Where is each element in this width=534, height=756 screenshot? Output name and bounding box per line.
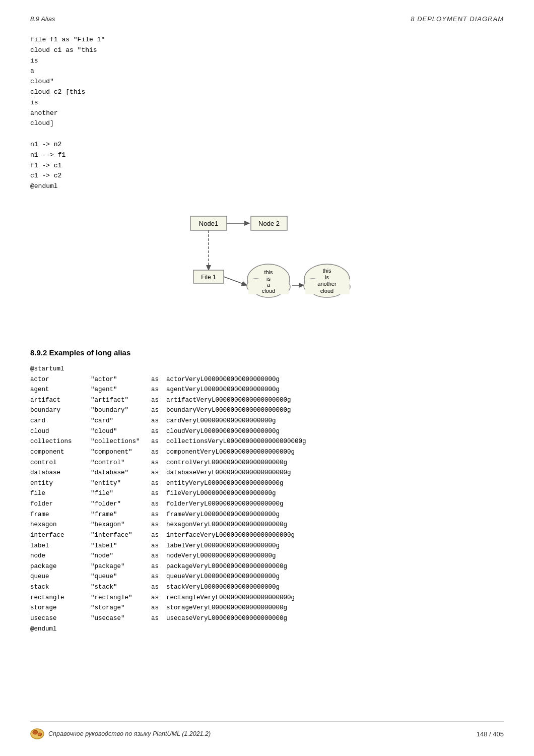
code-col1: file [30, 488, 91, 499]
code-line: @enduml [30, 181, 504, 192]
code-col2: "entity" [91, 478, 151, 489]
svg-rect-2 [251, 216, 287, 230]
code-col2: "folder" [91, 499, 151, 510]
svg-rect-23 [305, 279, 350, 294]
code-end: @enduml [30, 624, 504, 635]
svg-point-31 [38, 733, 42, 736]
code-col3: as [151, 385, 166, 395]
code-col2: "storage" [91, 603, 151, 613]
code-col2: "card" [91, 416, 151, 426]
code-col3: as [151, 499, 166, 510]
code-col4: databaseVeryL0000000000000000000g [166, 468, 504, 478]
code-col2: "interface" [91, 530, 151, 541]
code-col1: actor [30, 374, 91, 385]
svg-text:this: this [322, 268, 331, 274]
code-col2: "node" [91, 551, 151, 561]
code-col1: artifact [30, 395, 91, 406]
code-col3: as [151, 582, 166, 593]
footer-page: 148 / 405 [477, 730, 504, 738]
code-col3: as [151, 520, 166, 530]
code-col3: as [151, 458, 166, 468]
code-col4: stackVeryL0000000000000000000g [166, 582, 504, 593]
code-col3: as [151, 551, 166, 561]
code-line: is [30, 56, 504, 67]
plantuml-logo-icon [30, 727, 44, 741]
code-line: cloud c2 [this [30, 87, 504, 98]
code-row: storage"storage"asstorageVeryL0000000000… [30, 603, 504, 613]
svg-text:Node 2: Node 2 [258, 220, 280, 227]
code-row: agent"agent"asagentVeryL0000000000000000… [30, 385, 504, 395]
code-col4: artifactVeryL0000000000000000000g [166, 395, 504, 406]
code-row: collections"collections"ascollectionsVer… [30, 436, 504, 447]
code-col3: as [151, 447, 166, 458]
code-col3: as [151, 395, 166, 406]
code-row: node"node"asnodeVeryL0000000000000000000… [30, 551, 504, 561]
svg-point-22 [310, 281, 344, 297]
code-col2: "boundary" [91, 405, 151, 416]
footer-text: Справочное руководство по языку PlantUML… [48, 730, 211, 737]
svg-text:File 1: File 1 [201, 274, 216, 281]
code-row: boundary"boundary"asboundaryVeryL0000000… [30, 405, 504, 416]
code-col4: componentVeryL0000000000000000000g [166, 447, 504, 458]
code-row: queue"queue"asqueueVeryL0000000000000000… [30, 572, 504, 582]
code-row: folder"folder"asfolderVeryL0000000000000… [30, 499, 504, 510]
code-line: cloud c1 as "this [30, 45, 504, 56]
code-block-2: @startuml actor"actor"asactorVeryL000000… [30, 364, 504, 634]
code-col3: as [151, 488, 166, 499]
svg-rect-6 [193, 270, 224, 283]
code-row: rectangle"rectangle"asrectangleVeryL0000… [30, 593, 504, 603]
code-col1: agent [30, 385, 91, 395]
code-row: usecase"usecase"asusecaseVeryL0000000000… [30, 613, 504, 624]
code-row: actor"actor"asactorVeryL0000000000000000… [30, 374, 504, 385]
footer-logo: Справочное руководство по языку PlantUML… [30, 727, 211, 741]
svg-line-8 [224, 277, 247, 285]
header-left: 8.9 Alias [30, 15, 55, 23]
code-col2: "control" [91, 458, 151, 468]
diagram-container: Node1 Node 2 f1 (dashed, going down) -->… [30, 207, 504, 328]
code-col1: folder [30, 499, 91, 510]
code-line: f1 -> c1 [30, 161, 504, 171]
svg-text:a: a [267, 282, 271, 288]
svg-rect-0 [190, 216, 227, 230]
code-line: cloud" [30, 77, 504, 87]
code-col3: as [151, 426, 166, 437]
code-col2: "label" [91, 541, 151, 551]
code-col2: "file" [91, 488, 151, 499]
svg-text:cloud: cloud [262, 288, 275, 294]
code-line: n1 -> n2 [30, 140, 504, 150]
svg-text:Node1: Node1 [199, 220, 218, 227]
code-col1: component [30, 447, 91, 458]
code-col1: package [30, 561, 91, 572]
code-col2: "hexagon" [91, 520, 151, 530]
code-row: entity"entity"asentityVeryL0000000000000… [30, 478, 504, 489]
code-col2: "artifact" [91, 395, 151, 406]
code-line: file f1 as "File 1" [30, 35, 504, 45]
code-col3: as [151, 468, 166, 478]
svg-point-13 [253, 281, 284, 297]
code-col4: interfaceVeryL0000000000000000000g [166, 530, 504, 541]
code-col2: "rectangle" [91, 593, 151, 603]
code-col3: as [151, 478, 166, 489]
code-col3: as [151, 416, 166, 426]
code-row: card"card"ascardVeryL0000000000000000000… [30, 416, 504, 426]
svg-rect-14 [248, 279, 289, 294]
code-col4: entityVeryL0000000000000000000g [166, 478, 504, 489]
code-col1: boundary [30, 405, 91, 416]
svg-point-30 [33, 730, 38, 734]
code-col2: "queue" [91, 572, 151, 582]
code-row: stack"stack"asstackVeryL0000000000000000… [30, 582, 504, 593]
code-col4: usecaseVeryL0000000000000000000g [166, 613, 504, 624]
code-col4: frameVeryL0000000000000000000g [166, 510, 504, 520]
code-col1: collections [30, 436, 91, 447]
page-footer: Справочное руководство по языку PlantUML… [30, 721, 504, 741]
code-line: c1 -> c2 [30, 171, 504, 181]
code-col4: nodeVeryL0000000000000000000g [166, 551, 504, 561]
code-rows: actor"actor"asactorVeryL0000000000000000… [30, 374, 504, 624]
code-row: file"file"asfileVeryL0000000000000000000… [30, 488, 504, 499]
code-col1: frame [30, 510, 91, 520]
code-line [30, 129, 504, 140]
diagram-arrows: Node1 Node 2 f1 (dashed, going down) -->… [171, 207, 363, 328]
code-row: interface"interface"asinterfaceVeryL0000… [30, 530, 504, 541]
code-col3: as [151, 541, 166, 551]
code-col4: hexagonVeryL0000000000000000000g [166, 520, 504, 530]
